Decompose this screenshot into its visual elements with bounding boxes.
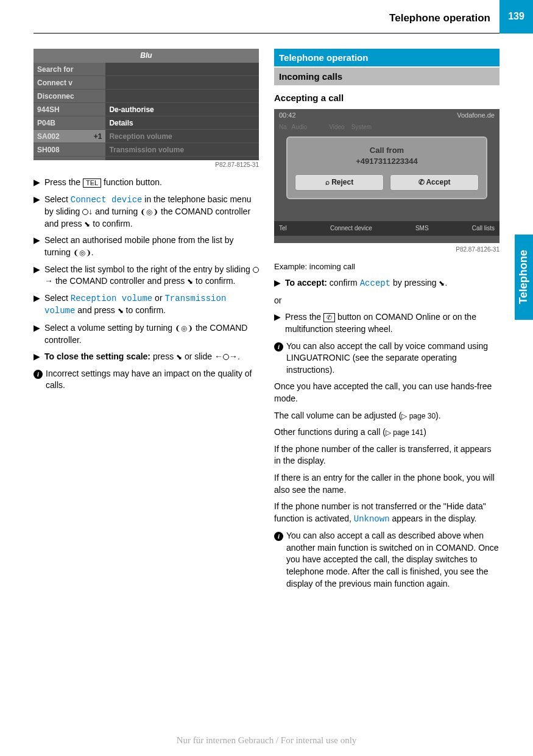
body-text: If there is an entry for the caller in t… xyxy=(274,472,499,496)
instruction-step: ▶ To accept: confirm Accept by pressing … xyxy=(274,277,499,290)
step-text: Press the ✆ button on COMAND Online or o… xyxy=(285,311,499,335)
body-text: If the phone number is not transferred o… xyxy=(274,501,499,525)
instruction-step: ▶ Select Connect device in the telephone… xyxy=(34,194,259,230)
page-header: Telephone operation 139 xyxy=(0,0,533,34)
heading: Accepting a call xyxy=(274,91,499,104)
accept-call-icon: ✆ xyxy=(323,313,335,322)
ui-label: Accept xyxy=(360,278,390,288)
step-marker-icon: ▶ xyxy=(34,235,44,258)
list-item: P04B xyxy=(34,116,105,130)
instruction-step: ▶ To close the setting scale: press ⬊ or… xyxy=(34,351,259,363)
controller-turn-icon: ❨◎❩ xyxy=(73,248,91,258)
instruction-step: ▶ Select Reception volume or Transmissio… xyxy=(34,292,259,317)
step-marker-icon: ▶ xyxy=(34,351,44,363)
controller-slide-icon xyxy=(223,354,229,360)
status-carrier: Vodafone.de xyxy=(457,111,495,120)
status-bar: 00:42 Vodafone.de xyxy=(274,109,499,122)
bottom-tab: SMS xyxy=(413,223,431,234)
body-text: Other functions during a call (▷ page 14… xyxy=(274,426,499,439)
step-marker-icon: ▶ xyxy=(34,177,44,189)
tel-button-label: TEL xyxy=(83,178,101,188)
controller-turn-icon: ❨◎❩ xyxy=(140,207,158,217)
page-number: 139 xyxy=(499,0,533,34)
page-ref: ▷ page 30 xyxy=(401,412,436,420)
step-marker-icon: ▶ xyxy=(34,264,44,288)
step-marker-icon: ▶ xyxy=(34,322,44,346)
body-text: Once you have accepted the call, you can… xyxy=(274,381,499,404)
instruction-step: ▶ Select a volume setting by turning ❨◎❩… xyxy=(34,322,259,346)
menu-row: Na Audio Video System xyxy=(274,122,499,133)
step-marker-icon: ▶ xyxy=(274,311,285,335)
step-text: Select Reception volume or Transmission … xyxy=(44,292,259,317)
screen-title: Blu xyxy=(34,49,259,63)
screenshot-device-menu: Blu Search for Connect v Disconnec 944SH… xyxy=(34,49,259,158)
step-text: Press the TEL function button. xyxy=(44,177,259,189)
info-note: i You can also accept the call by voice … xyxy=(274,341,499,376)
list-item: Details xyxy=(105,116,259,130)
instruction-step: ▶ Select the list symbol to the right of… xyxy=(34,264,259,288)
ui-label: Reception volume xyxy=(71,294,152,303)
info-icon: i xyxy=(274,530,286,590)
list-right: De-authorise Details Reception volume Tr… xyxy=(105,63,259,160)
list-item: Disconnec xyxy=(34,90,105,103)
instruction-step: ▶ Press the TEL function button. xyxy=(34,177,259,189)
bottom-tab: Tel xyxy=(277,223,289,234)
info-text: Incorrect settings may have an impact on… xyxy=(46,368,259,392)
list-item: Search for xyxy=(34,63,105,76)
call-from-label: Call from xyxy=(295,145,479,156)
example-caption: Example: incoming call xyxy=(274,261,499,272)
or-separator: or xyxy=(274,295,499,307)
list-item: Transmission volume xyxy=(105,143,259,157)
bottom-bar: Tel Connect device SMS Call lists xyxy=(274,221,499,236)
step-text: Select Connect device in the telephone b… xyxy=(44,194,259,230)
side-tab-telephone: Telephone xyxy=(515,235,533,320)
step-text: To accept: confirm Accept by pressing ⬊. xyxy=(285,277,499,290)
controller-press-icon: ⬊ xyxy=(439,278,445,289)
page-ref: ▷ page 141 xyxy=(386,428,423,437)
controller-turn-icon: ❨◎❩ xyxy=(175,323,193,334)
info-text: You can also accept a call as described … xyxy=(286,530,499,590)
info-note: i Incorrect settings may have an impact … xyxy=(34,368,259,392)
list-item xyxy=(105,63,259,76)
header-rule xyxy=(34,33,499,34)
controller-slide-icon xyxy=(253,267,259,273)
right-column: Telephone operation Incoming calls Accep… xyxy=(274,49,499,595)
screenshot-incoming-call: 00:42 Vodafone.de Na Audio Video System … xyxy=(274,109,499,243)
subsection-title: Incoming calls xyxy=(274,68,499,85)
bottom-tab: Connect device xyxy=(328,223,375,234)
step-text: Select the list symbol to the right of t… xyxy=(44,264,259,288)
step-text: Select an authorised mobile phone from t… xyxy=(44,235,259,258)
caller-number: +4917311223344 xyxy=(295,156,479,167)
controller-slide-icon xyxy=(82,209,88,215)
ui-label: Unknown xyxy=(354,514,390,524)
controller-press-icon: ⬊ xyxy=(187,277,193,287)
controller-press-icon: ⬊ xyxy=(176,352,182,362)
list-item: Reception volume xyxy=(105,130,259,143)
content: Blu Search for Connect v Disconnec 944SH… xyxy=(0,34,533,595)
list-item: SH008 xyxy=(34,143,105,157)
bottom-tab: Call lists xyxy=(470,223,497,234)
step-text: Select a volume setting by turning ❨◎❩ t… xyxy=(44,322,259,346)
instruction-step: ▶ Press the ✆ button on COMAND Online or… xyxy=(274,311,499,335)
reject-button[interactable]: ⌕ Reject xyxy=(295,174,384,191)
screenshot-caption: P82.87-8126-31 xyxy=(274,246,499,254)
list-left: Search for Connect v Disconnec 944SH P04… xyxy=(34,63,105,160)
step-marker-icon: ▶ xyxy=(274,277,285,290)
controller-press-icon: ⬊ xyxy=(118,306,124,316)
body-text: If the phone number of the caller is tra… xyxy=(274,443,499,467)
info-icon: i xyxy=(274,341,286,376)
step-marker-icon: ▶ xyxy=(34,292,44,317)
screenshot-caption: P82.87-8125-31 xyxy=(34,161,259,169)
ui-label: Connect device xyxy=(71,195,143,205)
left-column: Blu Search for Connect v Disconnec 944SH… xyxy=(34,49,259,595)
list-item: De-authorise xyxy=(105,103,259,116)
list-item xyxy=(105,90,259,103)
info-text: You can also accept the call by voice co… xyxy=(286,341,499,376)
info-icon: i xyxy=(34,368,46,392)
list-item: Connect v xyxy=(34,76,105,90)
status-time: 00:42 xyxy=(279,111,296,120)
accept-button[interactable]: ✆ Accept xyxy=(390,174,479,191)
section-title: Telephone operation xyxy=(274,49,499,66)
list-item xyxy=(105,76,259,90)
step-text: To close the setting scale: press ⬊ or s… xyxy=(44,351,259,363)
